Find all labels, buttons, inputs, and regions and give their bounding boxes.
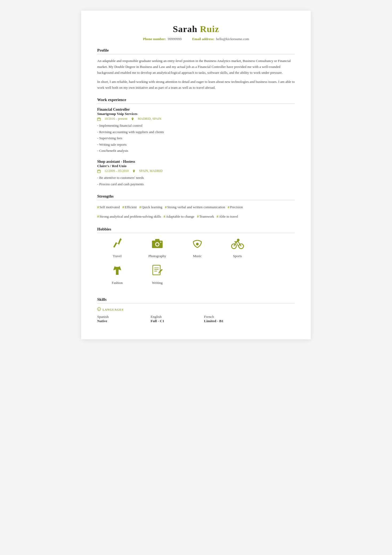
job-2: Shop assistant - Hostess Claire's / Red … — [97, 160, 295, 187]
job-2-loc-icon — [132, 169, 135, 173]
resume-container: Sarah Ruiz Phone number: 99999999 Email … — [81, 11, 311, 339]
skills-title: Skills — [97, 297, 295, 303]
lang-spanish-level: Native — [97, 319, 151, 323]
job-2-bullet-2: Process card and cash payments — [97, 181, 295, 187]
full-name: Sarah Ruiz — [97, 24, 295, 34]
job-2-meta: 12/2009 – 05/2010 SPAIN, MADRID — [97, 169, 295, 173]
svg-rect-4 — [97, 170, 100, 173]
tag-icon-2: # — [122, 205, 124, 209]
travel-label: Travel — [113, 254, 121, 258]
fashion-label: Fashion — [112, 281, 123, 285]
music-label: Music — [193, 254, 202, 258]
svg-text:i: i — [99, 308, 100, 310]
job-1-date-icon — [97, 117, 101, 121]
job-1-bullet-3: Supervising fees — [97, 135, 295, 141]
job-1: Financial Controller Smartgroup Voip Ser… — [97, 107, 295, 154]
photography-label: Photography — [148, 254, 166, 258]
lang-english-level: Full - C1 — [151, 319, 204, 323]
first-name: Sarah — [173, 24, 197, 34]
lang-spanish: Spanish Native — [97, 315, 151, 323]
job-1-title: Financial Controller — [97, 107, 295, 112]
header: Sarah Ruiz Phone number: 99999999 Email … — [97, 24, 295, 41]
sports-icon — [230, 237, 245, 252]
work-experience-title: Work experience — [97, 98, 295, 104]
strength-9: Able to travel — [219, 214, 238, 218]
hobby-writing: Writing — [137, 264, 177, 285]
travel-icon — [111, 237, 124, 252]
hobby-sports: Sports — [217, 237, 257, 258]
job-1-loc-icon — [131, 117, 134, 121]
lang-english: English Full - C1 — [151, 315, 204, 323]
email-value: hello@kickresume.com — [216, 37, 249, 41]
skills-section: Skills i LANGUAGES Spanish Native Englis… — [97, 297, 295, 323]
job-2-date-icon — [97, 169, 101, 173]
info-icon: i — [97, 307, 101, 312]
last-name: Ruiz — [200, 24, 219, 34]
job-1-bullet-4: Writing sale reports — [97, 141, 295, 148]
job-1-bullet-1: Implementing financial control — [97, 122, 295, 129]
music-icon — [191, 237, 204, 252]
job-1-bullet-5: Cost/benefit analysis — [97, 148, 295, 154]
tag-icon-8: # — [197, 214, 199, 218]
profile-title: Profile — [97, 48, 295, 54]
profile-paragraph2: In short, I am reliable, hard-working wi… — [97, 79, 295, 91]
hobby-music: Music — [177, 237, 217, 258]
hobby-photography: Photography — [137, 237, 177, 258]
strength-2: Efficient — [125, 205, 137, 209]
lang-spanish-name: Spanish — [97, 315, 151, 319]
job-2-location: SPAIN, MADRID — [139, 169, 163, 173]
job-2-bullets: Be attentive to customers' needs Process… — [97, 175, 295, 187]
job-1-bullet-2: Revising accounting with suppliers and c… — [97, 129, 295, 135]
svg-rect-12 — [155, 239, 159, 241]
lang-french-name: French — [204, 315, 257, 319]
profile-section: Profile An adaptable and responsible gra… — [97, 48, 295, 91]
tag-icon-1: # — [97, 205, 99, 209]
strength-3: Quick learning — [142, 205, 162, 209]
hobby-fashion: Fashion — [97, 264, 137, 285]
tag-icon-5: # — [228, 205, 230, 209]
tag-icon-9: # — [217, 214, 218, 218]
strength-6: Strong analytical and problem-solving sk… — [100, 214, 161, 218]
job-1-company: Smartgroup Voip Services — [97, 112, 295, 116]
lang-french-level: Limited - B1 — [204, 319, 257, 323]
photography-icon — [151, 237, 164, 252]
profile-paragraph1: An adaptable and responsible graduate se… — [97, 58, 295, 76]
strengths-section: Strengths #Self motivated #Efficient #Qu… — [97, 194, 295, 220]
job-1-date: 10/2016 – present — [104, 117, 127, 121]
job-1-location: MADRID, SPAIN — [138, 117, 161, 121]
writing-icon — [151, 264, 164, 279]
hobby-travel: Travel — [97, 237, 137, 258]
strength-7: Adaptable to change — [166, 214, 194, 218]
strengths-title: Strengths — [97, 194, 295, 200]
strength-5: Precision — [230, 205, 243, 209]
contact-line: Phone number: 99999999 Email address: he… — [97, 37, 295, 41]
tag-icon-7: # — [164, 214, 166, 218]
svg-point-11 — [156, 243, 159, 246]
strength-8: Teamwork — [199, 214, 214, 218]
phone-label: Phone number: — [143, 37, 166, 41]
job-1-bullets: Implementing financial control Revising … — [97, 122, 295, 154]
lang-english-name: English — [151, 315, 204, 319]
tag-icon-3: # — [139, 205, 141, 209]
hobbies-section: Hobbies Travel — [97, 227, 295, 290]
languages-container: i LANGUAGES Spanish Native English Full … — [97, 307, 295, 323]
phone-value: 99999999 — [168, 37, 182, 41]
tag-icon-6: # — [97, 214, 99, 218]
writing-label: Writing — [152, 281, 163, 285]
fashion-icon — [111, 264, 124, 279]
job-1-meta: 10/2016 – present MADRID, SPAIN — [97, 117, 295, 121]
email-label: Email address: — [192, 37, 214, 41]
job-2-title: Shop assistant - Hostess — [97, 160, 295, 164]
job-2-company: Claire's / Red Unio — [97, 164, 295, 168]
languages-subtitle: i LANGUAGES — [97, 307, 295, 312]
strengths-row-2: #Strong analytical and problem-solving s… — [97, 213, 295, 220]
job-2-date: 12/2009 – 05/2010 — [104, 169, 129, 173]
hobbies-grid: Travel Photography — [97, 237, 295, 290]
svg-rect-19 — [153, 265, 160, 275]
svg-point-18 — [237, 239, 240, 241]
job-2-bullet-1: Be attentive to customers' needs — [97, 175, 295, 181]
strength-4: Strong verbal and written communication — [167, 205, 225, 209]
hobbies-title: Hobbies — [97, 227, 295, 233]
work-experience-section: Work experience Financial Controller Sma… — [97, 98, 295, 187]
strengths-row-1: #Self motivated #Efficient #Quick learni… — [97, 204, 295, 211]
